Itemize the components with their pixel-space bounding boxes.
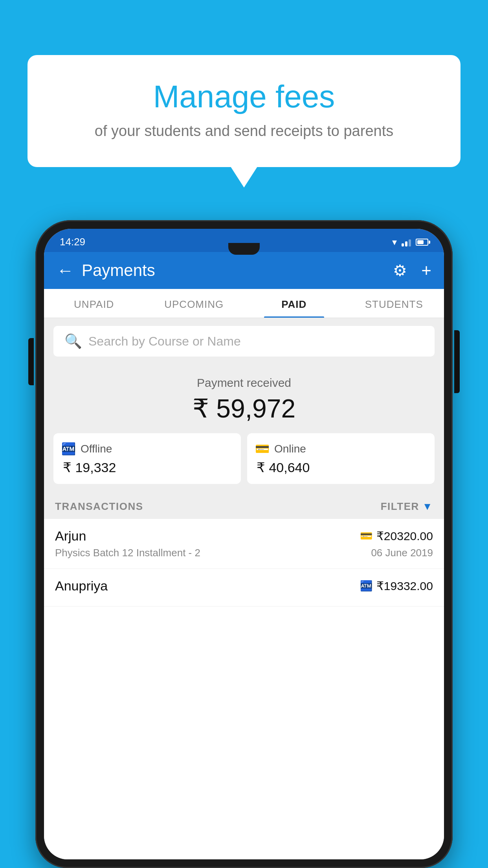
battery-icon xyxy=(416,239,428,246)
transactions-header: TRANSACTIONS FILTER ▼ xyxy=(44,492,444,519)
gear-icon[interactable]: ⚙ xyxy=(393,261,407,280)
wifi-icon: ▾ xyxy=(392,237,397,248)
speech-bubble: Manage fees of your students and send re… xyxy=(28,55,460,167)
app-bar: ← Payments ⚙ + xyxy=(44,252,444,289)
online-label: Online xyxy=(274,443,306,455)
bubble-subtitle: of your students and send receipts to pa… xyxy=(59,123,429,140)
bubble-title: Manage fees xyxy=(59,79,429,115)
offline-card-header: 🏧 Offline xyxy=(61,442,233,456)
add-button[interactable]: + xyxy=(421,261,431,280)
status-time: 14:29 xyxy=(60,236,85,248)
status-icons: ▾ xyxy=(392,237,428,248)
page-title: Payments xyxy=(82,261,385,280)
transaction-top: Anupriya 🏧 ₹19332.00 xyxy=(55,578,433,594)
search-input[interactable]: Search by Course or Name xyxy=(88,334,241,349)
payment-summary: Payment received ₹ 59,972 🏧 Offline ₹ 19… xyxy=(44,364,444,492)
payment-total-amount: ₹ 59,972 xyxy=(53,394,435,424)
online-card-header: 💳 Online xyxy=(255,442,427,456)
search-bar[interactable]: 🔍 Search by Course or Name xyxy=(53,326,435,357)
offline-icon: 🏧 xyxy=(61,442,76,456)
offline-label: Offline xyxy=(81,443,112,455)
offline-amount: ₹ 19,332 xyxy=(61,460,233,475)
transaction-name: Anupriya xyxy=(55,578,108,594)
filter-button[interactable]: FILTER ▼ xyxy=(381,500,433,513)
transactions-label: TRANSACTIONS xyxy=(55,500,143,513)
transactions-list: Arjun 💳 ₹20320.00 Physics Batch 12 Insta… xyxy=(44,519,444,859)
payment-cards: 🏧 Offline ₹ 19,332 💳 Online ₹ 40,640 xyxy=(53,433,435,484)
offline-transaction-icon: 🏧 xyxy=(360,580,372,592)
search-container: 🔍 Search by Course or Name xyxy=(44,318,444,364)
online-transaction-icon: 💳 xyxy=(360,530,372,542)
back-button[interactable]: ← xyxy=(57,261,74,280)
tab-upcoming[interactable]: UPCOMING xyxy=(144,289,244,318)
transaction-top: Arjun 💳 ₹20320.00 xyxy=(55,528,433,544)
tab-students[interactable]: STUDENTS xyxy=(344,289,444,318)
phone-screen: 14:29 ▾ ← Payments ⚙ xyxy=(44,229,444,859)
search-icon: 🔍 xyxy=(64,333,82,349)
table-row[interactable]: Arjun 💳 ₹20320.00 Physics Batch 12 Insta… xyxy=(44,519,444,569)
online-amount: ₹ 40,640 xyxy=(255,460,427,475)
transaction-bottom: Physics Batch 12 Installment - 2 06 June… xyxy=(55,547,433,559)
transaction-course: Physics Batch 12 Installment - 2 xyxy=(55,547,200,559)
tab-unpaid[interactable]: UNPAID xyxy=(44,289,144,318)
transaction-amount: 💳 ₹20320.00 xyxy=(360,529,433,543)
speech-bubble-container: Manage fees of your students and send re… xyxy=(28,55,460,167)
transaction-amount: 🏧 ₹19332.00 xyxy=(360,579,433,593)
transaction-date: 06 June 2019 xyxy=(371,547,433,559)
online-payment-card: 💳 Online ₹ 40,640 xyxy=(247,433,435,484)
online-icon: 💳 xyxy=(255,442,270,456)
table-row[interactable]: Anupriya 🏧 ₹19332.00 xyxy=(44,569,444,607)
signal-icon xyxy=(402,238,411,246)
tab-bar: UNPAID UPCOMING PAID STUDENTS xyxy=(44,289,444,318)
phone-mockup: 14:29 ▾ ← Payments ⚙ xyxy=(35,220,453,868)
phone-notch xyxy=(228,243,260,255)
filter-icon: ▼ xyxy=(422,500,433,513)
phone-outer: 14:29 ▾ ← Payments ⚙ xyxy=(35,220,453,868)
tab-paid[interactable]: PAID xyxy=(244,289,344,318)
offline-payment-card: 🏧 Offline ₹ 19,332 xyxy=(53,433,241,484)
payment-received-label: Payment received xyxy=(53,376,435,390)
transaction-name: Arjun xyxy=(55,528,86,544)
